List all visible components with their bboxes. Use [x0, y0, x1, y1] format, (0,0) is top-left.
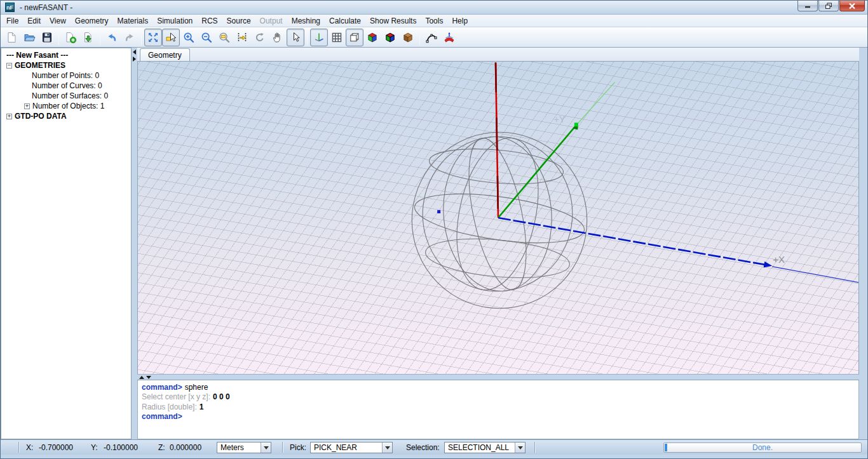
input-prompt: Radius [double]: — [142, 402, 197, 411]
solid-edges-view-button[interactable] — [381, 29, 399, 46]
undo-button[interactable] — [103, 29, 121, 46]
selection-label: Selection: — [406, 443, 440, 452]
splitter-collapse-up-button[interactable] — [139, 375, 144, 380]
selection-dropdown[interactable]: SELECTION_ALL — [444, 442, 526, 453]
restore-icon — [824, 1, 834, 10]
rotate-view-icon — [254, 31, 266, 44]
new-file-icon — [5, 31, 18, 44]
units-dropdown[interactable]: Meters — [217, 442, 271, 453]
menu-simulation[interactable]: Simulation — [153, 15, 197, 27]
open-folder-icon — [23, 31, 36, 44]
import-geometry-button[interactable] — [79, 29, 97, 46]
zoom-box-button[interactable] — [162, 29, 180, 46]
close-button[interactable] — [839, 1, 865, 11]
tree-item-geometries[interactable]: GEOMETRIES — [1, 60, 131, 70]
select-button[interactable] — [287, 29, 304, 46]
collapse-icon[interactable] — [6, 63, 12, 69]
surface-tool-button[interactable] — [440, 29, 458, 46]
rotate-view-button[interactable] — [251, 29, 269, 46]
grid-view-icon — [330, 31, 343, 44]
move-axis-icon — [236, 31, 248, 44]
restore-button[interactable] — [818, 1, 839, 11]
triangle-right-icon — [133, 57, 136, 62]
scene-overlay: +Y +X — [138, 62, 858, 374]
textured-view-button[interactable] — [399, 29, 417, 46]
content-area: --- New Fasant --- GEOMETRIES Number of … — [1, 48, 867, 439]
zoom-out-button[interactable] — [198, 29, 215, 46]
fit-view-button[interactable] — [144, 29, 162, 46]
app-window: nF - newFASANT - File Edit View Geometry… — [0, 0, 868, 459]
splitter-collapse-left-button[interactable] — [132, 49, 137, 55]
menu-rcs[interactable]: RCS — [197, 15, 222, 27]
zoom-window-button[interactable] — [215, 29, 233, 46]
chevron-down-icon[interactable] — [382, 442, 392, 453]
expand-icon[interactable] — [6, 114, 12, 119]
progress-fill — [665, 444, 667, 451]
menu-materials[interactable]: Materials — [113, 15, 153, 27]
redo-button[interactable] — [121, 29, 139, 46]
chevron-down-icon[interactable] — [261, 442, 271, 453]
command-console[interactable]: command>sphere Select center [x y z]:0 0… — [137, 380, 859, 439]
menu-view[interactable]: View — [45, 15, 71, 27]
curve-tool-button[interactable] — [423, 29, 440, 46]
axes-view-button[interactable] — [310, 29, 328, 46]
triangle-left-icon — [133, 50, 136, 55]
command-prompt: command> — [142, 412, 182, 421]
save-button[interactable] — [38, 29, 56, 46]
tree-item-curves[interactable]: Number of Curves: 0 — [1, 81, 131, 91]
minimize-button[interactable] — [797, 1, 818, 11]
zoom-out-icon — [200, 31, 213, 44]
console-line: Radius [double]:1 — [142, 402, 855, 412]
tree-item-objects[interactable]: Number of Objects: 1 — [1, 101, 131, 111]
window-title: - newFASANT - — [20, 3, 72, 12]
open-folder-button[interactable] — [20, 29, 38, 46]
horizontal-splitter[interactable] — [137, 374, 859, 380]
menu-file[interactable]: File — [2, 15, 23, 27]
zoom-in-button[interactable] — [180, 29, 198, 46]
tree-item-root[interactable]: --- New Fasant --- — [1, 50, 131, 60]
tree-item-surfaces[interactable]: Number of Surfaces: 0 — [1, 91, 131, 101]
menu-calculate[interactable]: Calculate — [325, 15, 365, 27]
solid-view-icon — [366, 31, 379, 44]
console-line: command>sphere — [142, 383, 855, 392]
expand-icon[interactable] — [24, 103, 30, 109]
menu-meshing[interactable]: Meshing — [287, 15, 325, 27]
splitter-expand-right-button[interactable] — [132, 56, 137, 62]
axis-y: +Y — [498, 82, 615, 218]
menu-source[interactable]: Source — [222, 15, 255, 27]
zoom-in-icon — [182, 31, 195, 44]
tree-item-points[interactable]: Number of Points: 0 — [1, 70, 131, 81]
progress-bar: Done. — [663, 442, 862, 453]
axis-x: +X — [498, 218, 858, 283]
axes-view-icon — [313, 31, 325, 44]
coord-y-value: -0.100000 — [104, 443, 138, 452]
wireframe-view-button[interactable] — [346, 29, 363, 46]
menu-show-results[interactable]: Show Results — [365, 15, 421, 27]
new-file-button[interactable] — [3, 29, 20, 46]
chevron-down-icon[interactable] — [515, 442, 525, 453]
menu-geometry[interactable]: Geometry — [71, 15, 113, 27]
pan-view-button[interactable] — [269, 29, 287, 46]
splitter-expand-down-button[interactable] — [146, 375, 151, 380]
redo-icon — [123, 31, 136, 44]
tree-item-gtdpo[interactable]: GTD-PO DATA — [1, 111, 131, 121]
move-axis-button[interactable] — [233, 29, 251, 46]
import-geometry-icon — [82, 31, 95, 44]
menu-edit[interactable]: Edit — [23, 15, 45, 27]
add-geometry-button[interactable] — [62, 29, 79, 46]
vertical-splitter[interactable] — [132, 48, 137, 439]
close-icon — [846, 2, 858, 10]
tab-bar: Geometry — [137, 48, 859, 62]
wireframe-sphere[interactable] — [412, 130, 587, 308]
menu-tools[interactable]: Tools — [421, 15, 447, 27]
zoom-box-icon — [165, 31, 177, 44]
tab-geometry[interactable]: Geometry — [140, 48, 190, 61]
geometry-viewport-3d[interactable]: +Y +X — [137, 62, 859, 374]
menu-help[interactable]: Help — [447, 15, 472, 27]
pick-label: Pick: — [290, 443, 306, 452]
pick-dropdown[interactable]: PICK_NEAR — [310, 442, 393, 453]
point-marker[interactable] — [437, 210, 440, 213]
solid-view-button[interactable] — [363, 29, 381, 46]
grid-view-button[interactable] — [328, 29, 346, 46]
surface-tool-icon — [443, 31, 456, 44]
